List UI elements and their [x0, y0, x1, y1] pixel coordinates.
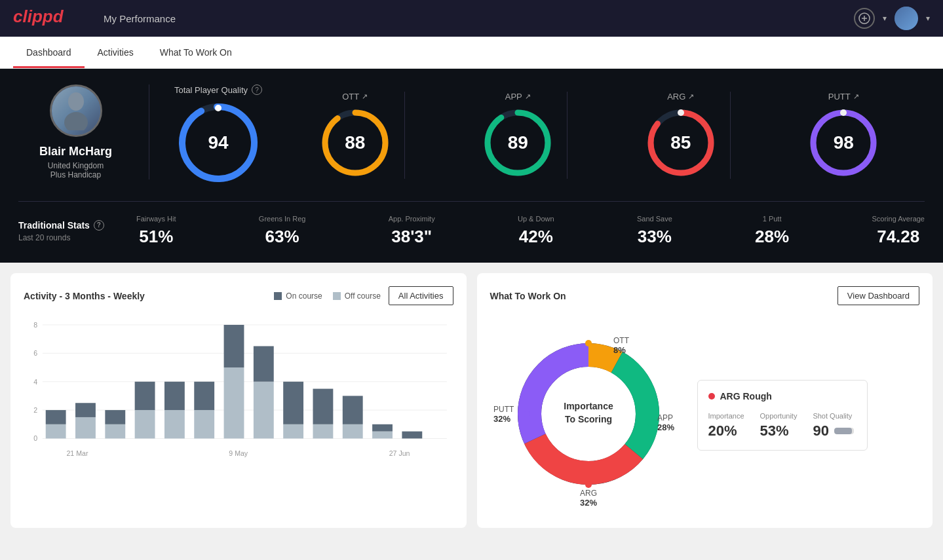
svg-rect-46	[283, 382, 303, 424]
sand-save-value: 33%	[637, 227, 672, 247]
svg-point-70	[585, 481, 592, 488]
arg-opportunity-value: 53%	[760, 422, 798, 439]
arg-shot-quality-value: 90	[813, 422, 828, 439]
svg-rect-45	[283, 424, 303, 439]
stat-up-down: Up & Down 42%	[518, 215, 554, 247]
sand-save-label: Sand Save	[637, 215, 672, 223]
svg-text:8: 8	[33, 321, 37, 329]
chart-header: Activity - 3 Months - Weekly On course O…	[24, 286, 453, 305]
donut-chart: Importance To Scoring OTT 8% APP 28% ARG…	[490, 316, 687, 512]
svg-text:PUTT: PUTT	[493, 405, 514, 414]
svg-rect-52	[372, 424, 393, 432]
svg-point-15	[678, 109, 684, 116]
scoring-avg-label: Scoring Average	[872, 215, 925, 223]
ott-circle: 88	[319, 107, 391, 179]
svg-rect-53	[402, 432, 422, 439]
view-dashboard-button[interactable]: View Dashboard	[837, 286, 919, 305]
player-top: Blair McHarg United Kingdom Plus Handica…	[18, 84, 925, 185]
work-content: Importance To Scoring OTT 8% APP 28% ARG…	[490, 316, 920, 515]
stat-1-putt: 1 Putt 28%	[755, 215, 789, 247]
svg-rect-49	[343, 424, 363, 439]
svg-rect-33	[105, 424, 125, 439]
svg-rect-44	[254, 346, 274, 381]
arg-opportunity: Opportunity 53%	[760, 412, 798, 439]
score-ott: OTT ↗ 88	[306, 92, 405, 179]
player-info: Blair McHarg United Kingdom Plus Handica…	[18, 84, 149, 179]
svg-text:Importance: Importance	[564, 401, 613, 411]
arg-value: 85	[670, 132, 691, 153]
svg-text:To Scoring: To Scoring	[564, 414, 611, 424]
all-activities-button[interactable]: All Activities	[389, 286, 453, 305]
avatar-dropdown-arrow[interactable]: ▾	[926, 14, 930, 23]
sub-scores: OTT ↗ 88 APP ↗	[274, 92, 925, 179]
svg-point-4	[68, 92, 84, 111]
trad-stats-title: Traditional Stats ?	[18, 220, 136, 231]
svg-rect-48	[313, 389, 333, 424]
trad-stats-label: Traditional Stats ? Last 20 rounds	[18, 220, 136, 242]
bottom-section: Activity - 3 Months - Weekly On course O…	[0, 263, 943, 538]
svg-text:0: 0	[33, 434, 37, 442]
svg-text:APP: APP	[657, 413, 673, 422]
app-prox-label: App. Proximity	[389, 215, 435, 223]
arg-rough-metrics: Importance 20% Opportunity 53% Shot Qual…	[708, 412, 856, 439]
arg-arrow: ↗	[688, 92, 694, 101]
tab-what-to-work-on[interactable]: What To Work On	[147, 37, 245, 68]
quality-info-icon[interactable]: ?	[252, 84, 262, 95]
donut-chart-container: Importance To Scoring OTT 8% APP 28% ARG…	[490, 316, 687, 515]
chart-legend: On course Off course	[274, 291, 381, 301]
user-avatar[interactable]	[895, 7, 918, 30]
svg-rect-35	[135, 410, 155, 438]
scoring-avg-value: 74.28	[872, 227, 925, 247]
svg-text:32%: 32%	[493, 414, 510, 424]
traditional-stats: Traditional Stats ? Last 20 rounds Fairw…	[18, 201, 925, 247]
quality-scores: Total Player Quality ? 94 OTT	[149, 84, 925, 185]
work-header: What To Work On View Dashboard	[490, 286, 920, 305]
1-putt-label: 1 Putt	[755, 215, 789, 223]
nav-tabs: Dashboard Activities What To Work On	[0, 37, 943, 69]
svg-point-73	[524, 411, 530, 417]
arg-label: ARG ↗	[667, 92, 694, 102]
svg-text:OTT: OTT	[613, 336, 630, 345]
player-handicap: Plus Handicap	[50, 170, 101, 179]
svg-text:28%: 28%	[657, 422, 674, 432]
arg-circle: 85	[645, 107, 717, 179]
legend-on-course: On course	[274, 291, 322, 301]
tab-dashboard[interactable]: Dashboard	[13, 37, 85, 68]
app-circle: 89	[482, 107, 554, 179]
logo-icon: clippd	[13, 5, 85, 32]
shot-quality-bar-fill	[834, 428, 852, 434]
quality-main: Total Player Quality ? 94	[163, 84, 274, 185]
arg-importance-value: 20%	[708, 422, 744, 439]
off-course-dot	[333, 292, 341, 300]
quality-label: Total Player Quality ?	[174, 84, 262, 95]
svg-rect-32	[75, 403, 96, 417]
svg-text:2: 2	[33, 406, 37, 414]
app-prox-value: 38'3"	[389, 227, 435, 247]
player-section: Blair McHarg United Kingdom Plus Handica…	[0, 69, 943, 263]
work-title: What To Work On	[490, 291, 566, 301]
player-name: Blair McHarg	[39, 145, 112, 159]
arg-opportunity-label: Opportunity	[760, 412, 798, 420]
svg-rect-31	[75, 417, 96, 439]
score-putt: PUTT ↗ 98	[794, 92, 893, 179]
add-button[interactable]	[854, 8, 875, 29]
up-down-value: 42%	[518, 227, 554, 247]
header: clippd My Performance ▾ ▾	[0, 0, 943, 37]
svg-rect-30	[46, 410, 66, 424]
ott-arrow: ↗	[362, 92, 368, 101]
svg-text:27 Jun: 27 Jun	[389, 449, 410, 457]
add-dropdown-arrow[interactable]: ▾	[883, 14, 887, 23]
arg-importance: Importance 20%	[708, 412, 744, 439]
trad-stats-info-icon[interactable]: ?	[94, 220, 104, 231]
app-value: 89	[508, 132, 528, 153]
legend-off-course: Off course	[333, 291, 381, 301]
app-label: APP ↗	[505, 92, 531, 102]
chart-title: Activity - 3 Months - Weekly	[24, 291, 145, 301]
svg-rect-34	[105, 410, 125, 424]
svg-rect-42	[224, 325, 244, 367]
svg-rect-29	[46, 424, 66, 439]
logo-area: clippd My Performance	[13, 5, 176, 32]
greens-label: Greens In Reg	[259, 215, 306, 223]
tab-activities[interactable]: Activities	[85, 37, 147, 68]
svg-text:9 May: 9 May	[229, 449, 248, 457]
